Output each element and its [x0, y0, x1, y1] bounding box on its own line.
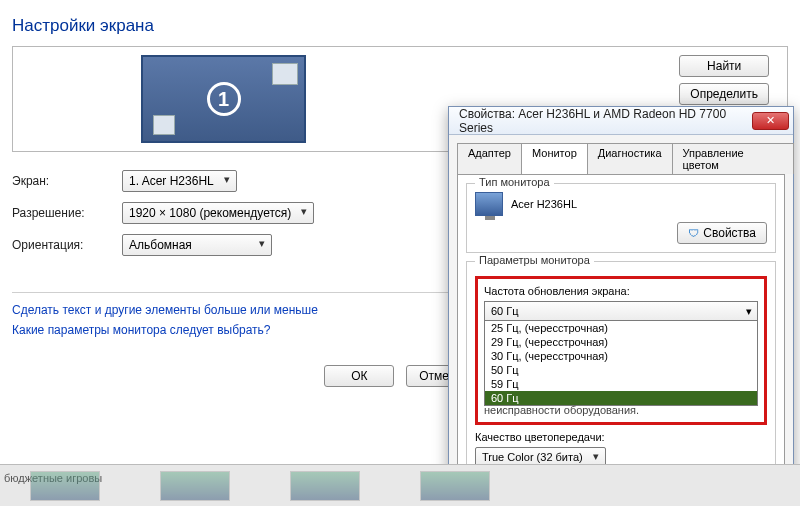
preview-window-icon	[272, 63, 298, 85]
hidden-text: неисправности оборудования.	[484, 404, 758, 416]
monitor-preview[interactable]: 1	[141, 55, 306, 143]
refresh-rate-option[interactable]: 59 Гц	[485, 377, 757, 391]
tab-monitor[interactable]: Монитор	[521, 143, 588, 174]
props-label: Свойства	[703, 226, 756, 240]
monitor-properties-button[interactable]: 🛡Свойства	[677, 222, 767, 244]
tab-adapter[interactable]: Адаптер	[457, 143, 522, 174]
orientation-value: Альбомная	[129, 238, 192, 252]
footer-thumb	[420, 471, 490, 501]
refresh-rate-option[interactable]: 25 Гц, (чересстрочная)	[485, 321, 757, 335]
page-title: Настройки экрана	[12, 16, 800, 36]
resolution-select[interactable]: 1920 × 1080 (рекомендуется)	[122, 202, 314, 224]
refresh-rate-option[interactable]: 50 Гц	[485, 363, 757, 377]
ok-button[interactable]: ОК	[324, 365, 394, 387]
dialog-tabs: Адаптер Монитор Диагностика Управление ц…	[457, 143, 793, 174]
refresh-rate-option[interactable]: 29 Гц, (чересстрочная)	[485, 335, 757, 349]
refresh-rate-option[interactable]: 60 Гц	[485, 391, 757, 405]
color-quality-value: True Color (32 бита)	[482, 451, 583, 463]
footer-thumb	[30, 471, 100, 501]
footer-thumb	[160, 471, 230, 501]
screen-select[interactable]: 1. Acer H236HL	[122, 170, 237, 192]
refresh-rate-select[interactable]: 60 Гц	[484, 301, 758, 321]
monitor-number: 1	[207, 82, 241, 116]
highlight-box: Частота обновления экрана: 60 Гц 25 Гц, …	[475, 276, 767, 425]
tab-diagnostics[interactable]: Диагностика	[587, 143, 673, 174]
dialog-title: Свойства: Acer H236HL и AMD Radeon HD 77…	[459, 107, 752, 135]
resolution-value: 1920 × 1080 (рекомендуется)	[129, 206, 291, 220]
refresh-rate-dropdown: 25 Гц, (чересстрочная) 29 Гц, (чересстро…	[484, 321, 758, 406]
orientation-select[interactable]: Альбомная	[122, 234, 272, 256]
monitor-type-label: Тип монитора	[475, 176, 554, 188]
refresh-rate-label: Частота обновления экрана:	[484, 285, 758, 297]
refresh-rate-value: 60 Гц	[491, 305, 519, 317]
color-quality-label: Качество цветопередачи:	[475, 431, 767, 443]
screen-label: Экран:	[12, 174, 122, 188]
monitor-type-group: Тип монитора Acer H236HL 🛡Свойства	[466, 183, 776, 253]
properties-dialog: Свойства: Acer H236HL и AMD Radeon HD 77…	[448, 106, 794, 506]
preview-window-icon	[153, 115, 175, 135]
footer-thumb	[290, 471, 360, 501]
tab-color-mgmt[interactable]: Управление цветом	[672, 143, 794, 174]
find-button[interactable]: Найти	[679, 55, 769, 77]
monitor-params-label: Параметры монитора	[475, 254, 594, 266]
monitor-name: Acer H236HL	[511, 198, 577, 210]
screen-value: 1. Acer H236HL	[129, 174, 214, 188]
orientation-label: Ориентация:	[12, 238, 122, 252]
close-icon[interactable]: ✕	[752, 112, 789, 130]
resolution-label: Разрешение:	[12, 206, 122, 220]
shield-icon: 🛡	[688, 227, 699, 239]
identify-button[interactable]: Определить	[679, 83, 769, 105]
footer-strip: бюджетные игровы	[0, 464, 800, 506]
refresh-rate-option[interactable]: 30 Гц, (чересстрочная)	[485, 349, 757, 363]
monitor-icon	[475, 192, 503, 216]
monitor-params-group: Параметры монитора Частота обновления эк…	[466, 261, 776, 476]
